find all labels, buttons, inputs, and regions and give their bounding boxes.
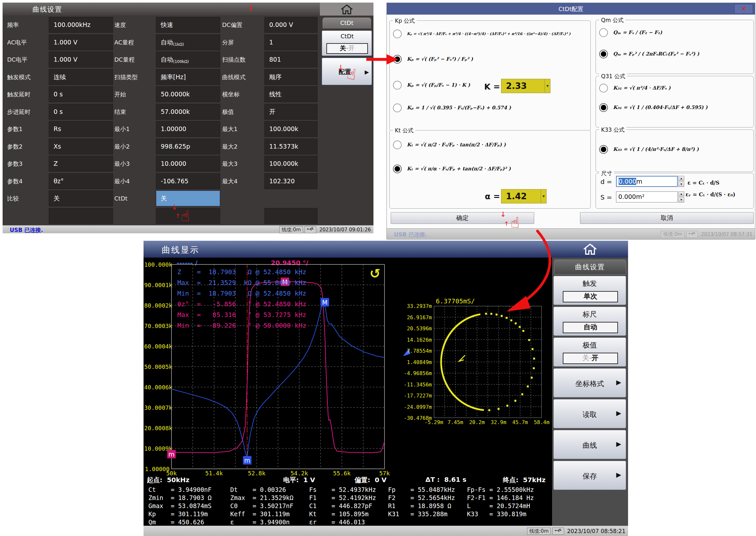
sidebar-button-5[interactable]: 读取▶	[553, 399, 626, 428]
settings-value[interactable]: 1.00000	[156, 121, 220, 137]
ok-button[interactable]: 确定	[391, 212, 534, 224]
measurement-cell: F2-F1 = 146.184 Hz	[467, 494, 534, 501]
settings-label: 步进延时	[7, 104, 48, 120]
radio-selected[interactable]	[393, 55, 402, 64]
data-point	[490, 313, 492, 315]
toggle-state-text: 开	[592, 354, 598, 362]
settings-value[interactable]: 开	[264, 104, 318, 120]
rotate-ccw-icon[interactable]: ↺	[370, 266, 380, 281]
sidebar-button-4[interactable]: 坐标格式▶	[553, 368, 626, 397]
measurement-cell: K31 = 335.288m	[388, 510, 448, 518]
radio-unselected[interactable]	[393, 104, 402, 112]
settings-value-highlighted[interactable]: 关	[156, 190, 220, 206]
formula-text: Qₘ = Fₛ / (F₂ − F₁)	[613, 29, 662, 35]
settings-value[interactable]	[264, 208, 318, 224]
s-input[interactable]: 0.000m²	[616, 191, 678, 202]
radio-selected[interactable]	[393, 164, 402, 173]
settings-value[interactable]: 快速	[156, 17, 220, 33]
data-point	[485, 313, 487, 315]
settings-value[interactable]: 连续	[49, 69, 113, 85]
settings-value[interactable]: 11.5373k	[264, 139, 318, 154]
settings-value[interactable]: 频率[Hz]	[156, 69, 220, 85]
k-param-input[interactable]: 2.33▼	[501, 79, 551, 93]
radio-selected[interactable]	[599, 103, 608, 112]
settings-value[interactable]: 1	[264, 34, 318, 50]
settings-value[interactable]: Xs	[49, 139, 113, 154]
spinner-up-icon[interactable]: ▲	[678, 191, 684, 197]
sidebar-tab-curve-settings[interactable]: 曲线设置	[554, 259, 626, 275]
toggle-state-text: -	[589, 354, 592, 362]
settings-value[interactable]: 57.0000k	[156, 104, 220, 120]
dropdown-icon[interactable]: ▼	[541, 189, 546, 203]
settings-label: 曲线模式	[222, 69, 263, 85]
d-input[interactable]: 0.000m	[616, 176, 678, 187]
settings-value[interactable]: Rs	[49, 121, 113, 137]
radio-unselected[interactable]	[393, 81, 402, 89]
clock-text: 2023/10/07 09:01:26	[318, 227, 372, 233]
radio-selected[interactable]	[599, 50, 608, 58]
settings-value[interactable]: 0 s	[49, 86, 113, 102]
spinner-up-icon[interactable]: ▲	[678, 176, 684, 181]
close-icon[interactable]: ×	[734, 4, 753, 14]
settings-value[interactable]: 102.320	[264, 173, 318, 189]
curve-settings-window: 曲线设置 频率100.000kHz速度快速DC偏置0.000 VAC电平1.00…	[3, 3, 374, 233]
ctdt-toggle-button[interactable]: CtDt 关-开	[322, 30, 372, 56]
sidebar-button-3[interactable]: 极值关-开	[553, 337, 626, 367]
radio-unselected[interactable]	[393, 141, 402, 149]
epsilon-r-formula: εᵣ = Cₜ · d/(S · ε₀)	[686, 191, 735, 198]
settings-label: DC量程	[114, 51, 155, 67]
settings-value[interactable]: θz°	[49, 173, 113, 189]
alpha-param-input[interactable]: 1.42▼	[501, 189, 547, 203]
settings-value[interactable]: Z	[49, 156, 113, 172]
home-icon[interactable]	[583, 242, 597, 256]
measurement-cell: ε = 3.94900n	[230, 519, 290, 526]
settings-value[interactable]: 关	[49, 190, 113, 206]
settings-value[interactable]	[49, 208, 113, 224]
formula-option: Qₘ = Fₛ / (F₂ − F₁)	[599, 24, 750, 41]
settings-value[interactable]: 10.0000	[156, 156, 220, 172]
s-spinner[interactable]: ▲▼	[678, 191, 684, 202]
spinner-down-icon[interactable]: ▼	[678, 197, 684, 202]
settings-value[interactable]: 线性	[264, 86, 318, 102]
settings-value[interactable]: 801	[264, 51, 318, 67]
ctdt-config-button[interactable]: 配置 ▶	[322, 58, 372, 85]
submenu-arrow-icon: ▶	[616, 471, 621, 479]
settings-value[interactable]: -106.765	[156, 173, 220, 189]
settings-value[interactable]: 自动(1kΩ)	[156, 34, 220, 50]
sidebar-button-7[interactable]: 保存▶	[553, 461, 626, 490]
settings-value[interactable]	[156, 208, 220, 224]
formula-text: Kₚ = √( (Fₚ/Fₛ − 1) · K )	[407, 82, 470, 88]
settings-value[interactable]: 自动(100kΩ)	[156, 51, 220, 67]
settings-value[interactable]: 100.000k	[264, 156, 318, 172]
group-title: 尺寸	[599, 170, 614, 177]
sidebar-button-1[interactable]: 触发单次	[553, 276, 626, 305]
radio-selected[interactable]	[599, 145, 608, 154]
settings-value[interactable]: 顺序	[264, 69, 318, 85]
settings-value[interactable]: 50.0000k	[156, 86, 220, 102]
admittance-circle-plot[interactable]	[434, 306, 542, 418]
settings-value[interactable]: 100.000k	[264, 121, 318, 137]
d-spinner[interactable]: ▲▼	[678, 176, 684, 187]
settings-value[interactable]: 0.000 V	[264, 17, 318, 33]
sidebar-button-title: 标尺	[554, 310, 626, 319]
settings-label: 频率	[7, 17, 48, 33]
home-icon[interactable]	[340, 4, 354, 15]
y-axis-tick-label: 40.0006k	[144, 384, 169, 391]
settings-value[interactable]: 1.000 V	[49, 51, 113, 67]
cancel-button[interactable]: 取消	[580, 212, 754, 224]
settings-value[interactable]: 0 s	[49, 104, 113, 120]
radio-unselected[interactable]	[599, 28, 608, 37]
settings-value[interactable]: 100.000kHz	[49, 17, 113, 33]
dropdown-icon[interactable]: ▼	[545, 79, 550, 93]
inset-y-tick-label: 26.9167m	[396, 314, 432, 320]
data-point	[482, 409, 484, 411]
spinner-down-icon[interactable]: ▼	[678, 182, 684, 187]
radio-unselected[interactable]	[393, 29, 402, 38]
inset-y-tick-label: -24.0997m	[396, 404, 432, 410]
sidebar-button-2[interactable]: 标尺自动	[553, 307, 626, 336]
radio-unselected[interactable]	[599, 84, 608, 92]
sidebar-button-6[interactable]: 曲线▶	[553, 430, 626, 459]
settings-value[interactable]: 1.000 V	[49, 34, 113, 50]
settings-value[interactable]: 998.625p	[156, 139, 220, 154]
data-point	[488, 409, 490, 411]
